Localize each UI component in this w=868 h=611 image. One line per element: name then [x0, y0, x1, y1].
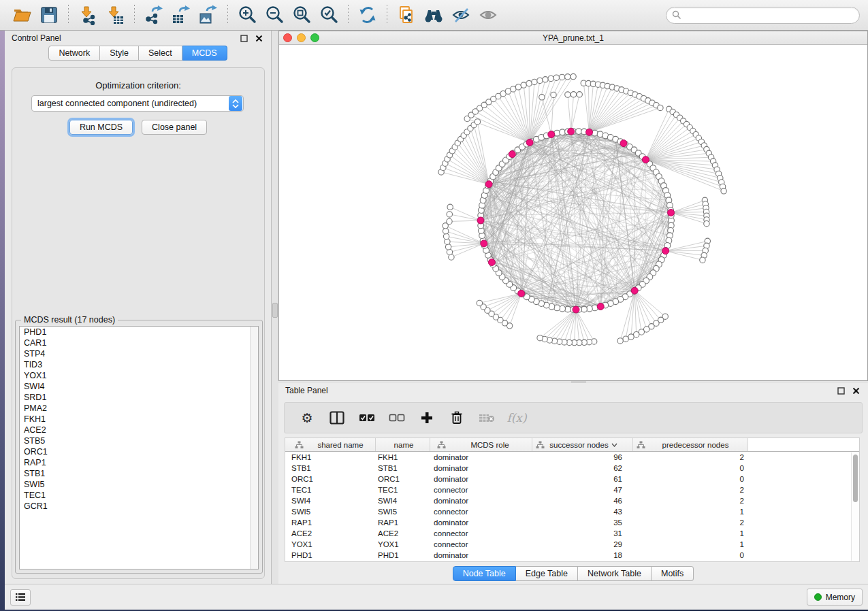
deselect-all-button[interactable] — [385, 406, 408, 430]
tab-network[interactable]: Network — [48, 46, 100, 61]
graph-node[interactable] — [443, 233, 449, 239]
table-row[interactable]: RAP1RAP1dominator352 — [285, 517, 859, 528]
mcds-list-scrollbar[interactable] — [250, 327, 258, 569]
graph-node[interactable] — [623, 336, 628, 342]
column-header-name[interactable]: name — [376, 438, 430, 451]
export-image-button[interactable] — [196, 3, 221, 27]
graph-node[interactable] — [700, 257, 705, 263]
close-table-panel-button[interactable] — [850, 385, 861, 396]
zoom-out-button[interactable] — [262, 3, 287, 27]
graph-node[interactable] — [445, 244, 451, 250]
delete-column-button[interactable] — [445, 406, 468, 430]
tab-select[interactable]: Select — [139, 46, 182, 61]
table-settings-button[interactable]: ⚙ — [295, 406, 319, 430]
zoom-selected-button[interactable] — [317, 3, 341, 27]
table-row[interactable]: PHD1PHD1dominator180 — [285, 550, 859, 561]
graph-node[interactable] — [447, 212, 452, 217]
mcds-result-item[interactable]: FKH1 — [20, 414, 258, 425]
open-button[interactable] — [10, 3, 34, 27]
graph-node[interactable] — [559, 74, 564, 80]
graph-node-selected[interactable] — [662, 248, 669, 254]
graph-node[interactable] — [628, 334, 634, 340]
graph-node-selected[interactable] — [509, 151, 515, 158]
table-row[interactable]: ORC1ORC1dominator610 — [285, 474, 859, 484]
vertical-splitter[interactable] — [272, 31, 278, 584]
column-header-shared-name[interactable]: shared name — [285, 438, 376, 451]
mcds-result-item[interactable]: RAP1 — [20, 457, 258, 468]
graph-node[interactable] — [565, 74, 570, 80]
graph-node-selected[interactable] — [668, 210, 675, 216]
graph-node-selected[interactable] — [518, 290, 525, 297]
network-canvas[interactable] — [279, 45, 867, 380]
graph-node-selected[interactable] — [488, 259, 495, 266]
graph-node-selected[interactable] — [526, 139, 533, 146]
graph-node[interactable] — [537, 335, 543, 341]
mcds-result-item[interactable]: TEC1 — [20, 490, 258, 501]
mcds-result-item[interactable]: STB1 — [20, 468, 258, 479]
mcds-result-item[interactable]: STB5 — [20, 435, 258, 446]
save-button[interactable] — [37, 3, 61, 27]
graph-node-selected[interactable] — [485, 181, 492, 188]
graph-node[interactable] — [537, 78, 543, 83]
tab-style[interactable]: Style — [100, 46, 139, 61]
mcds-result-item[interactable]: TID3 — [20, 359, 258, 370]
column-view-button[interactable] — [325, 406, 349, 430]
zoom-fit-button[interactable] — [289, 3, 314, 27]
float-panel-button[interactable] — [238, 33, 249, 44]
close-panel-button[interactable] — [253, 33, 264, 44]
mcds-result-item[interactable]: CAR1 — [20, 337, 258, 348]
graph-node[interactable] — [570, 73, 576, 79]
tab-edge-table[interactable]: Edge Table — [516, 566, 578, 581]
export-network-button[interactable] — [142, 3, 166, 27]
table-scrollbar[interactable] — [851, 452, 858, 561]
refresh-button[interactable] — [355, 3, 380, 27]
graph-node[interactable] — [532, 79, 537, 84]
graph-node[interactable] — [704, 221, 709, 227]
graph-node[interactable] — [634, 332, 639, 337]
column-header-successor-nodes[interactable]: successor nodes — [532, 438, 633, 451]
table-row[interactable]: FKH1FKH1dominator962 — [285, 452, 859, 463]
graph-node[interactable] — [475, 119, 480, 125]
graph-node[interactable] — [551, 92, 556, 97]
graph-node-selected[interactable] — [568, 128, 575, 135]
mcds-result-item[interactable]: YOX1 — [20, 370, 258, 381]
graph-node[interactable] — [577, 92, 582, 97]
float-table-panel-button[interactable] — [835, 385, 846, 396]
graph-node[interactable] — [721, 188, 726, 194]
graph-node-selected[interactable] — [573, 306, 579, 313]
mcds-result-item[interactable]: SWI4 — [20, 381, 258, 392]
hide-detail-button[interactable] — [449, 3, 473, 27]
table-row[interactable]: STB1STB1dominator620 — [285, 463, 859, 474]
tab-motifs[interactable]: Motifs — [652, 566, 694, 581]
run-mcds-button[interactable]: Run MCDS — [69, 120, 133, 135]
graph-node[interactable] — [543, 77, 548, 82]
graph-node[interactable] — [515, 84, 521, 90]
graph-node[interactable] — [658, 105, 663, 110]
import-table-button[interactable] — [103, 3, 127, 27]
scrollbar-thumb[interactable] — [853, 455, 858, 502]
graph-node[interactable] — [539, 95, 545, 100]
graph-node-selected[interactable] — [481, 240, 487, 247]
graph-node[interactable] — [477, 300, 482, 306]
mcds-result-item[interactable]: STP4 — [20, 348, 258, 359]
graph-node-selected[interactable] — [642, 156, 649, 163]
add-column-button[interactable] — [415, 406, 438, 430]
import-network-button[interactable] — [76, 3, 100, 27]
clone-network-button[interactable] — [394, 3, 419, 27]
zoom-in-button[interactable] — [235, 3, 259, 27]
graph-node-selected[interactable] — [586, 129, 593, 135]
search-window-button[interactable] — [421, 3, 446, 27]
graph-node[interactable] — [565, 92, 570, 97]
graph-node-selected[interactable] — [620, 140, 627, 147]
delete-table-button[interactable] — [475, 406, 498, 430]
search-field[interactable] — [666, 7, 860, 24]
graph-node[interactable] — [526, 80, 532, 86]
graph-node[interactable] — [447, 218, 452, 224]
search-input[interactable] — [681, 10, 854, 20]
column-header-MCDS-role[interactable]: MCDS role — [430, 438, 532, 451]
graph-node-selected[interactable] — [477, 217, 484, 224]
table-row[interactable]: ACE2ACE2connector311 — [285, 528, 859, 539]
select-all-button[interactable] — [355, 406, 379, 430]
close-panel-action-button[interactable]: Close panel — [142, 120, 207, 135]
graph-node-selected[interactable] — [597, 303, 604, 310]
